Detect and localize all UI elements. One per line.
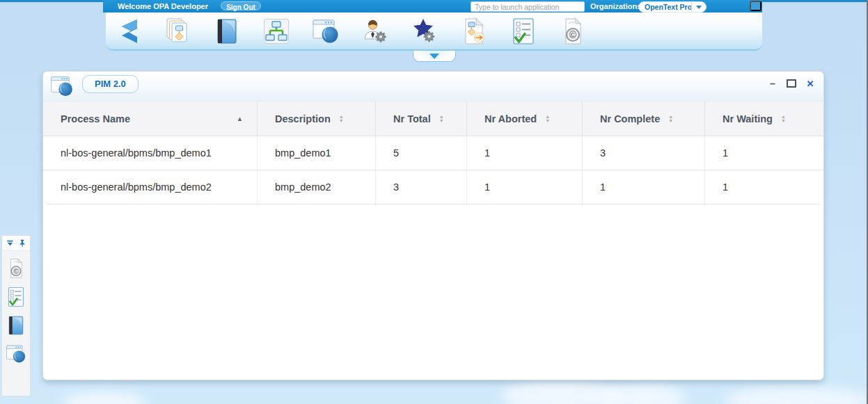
process-table: Process Name▲Description▲▼Nr Total▲▼Nr A… (43, 102, 823, 204)
table-cell: bmp_demo2 (258, 170, 376, 204)
collapse-icon (6, 239, 15, 248)
window-controls: – ✕ (768, 79, 815, 88)
table-cell: nl-bos-general/bpms/bmp_demo1 (43, 136, 258, 170)
column-label: Process Name (61, 113, 130, 124)
sort-icon: ▲▼ (439, 115, 444, 123)
dock-controls (2, 236, 30, 251)
pushpin-icon (755, 2, 756, 10)
dropdown-arrow-icon (691, 2, 706, 12)
organization-selected-value: OpenText Pro... (639, 3, 691, 11)
toolbar-collapse-tab[interactable] (413, 51, 456, 62)
documentation-book-icon[interactable] (213, 17, 241, 45)
sign-out-button[interactable]: Sign Out (221, 1, 261, 10)
process-instances-icon[interactable] (460, 17, 488, 45)
cloud-shape (501, 380, 620, 404)
column-header-description[interactable]: Description▲▼ (258, 102, 376, 136)
table-cell: 3 (376, 170, 467, 204)
appworks-logo-icon[interactable] (114, 17, 142, 45)
pim-window: PIM 2.0 – ✕ Process Name▲Description▲▼Nr… (43, 72, 823, 380)
task-checklist-icon[interactable] (510, 17, 537, 45)
license-document-icon[interactable] (559, 17, 587, 45)
documentation-book-icon[interactable] (6, 315, 26, 336)
minimize-button[interactable]: – (768, 79, 778, 88)
column-header-process-name[interactable]: Process Name▲ (43, 102, 258, 136)
organizations-label: Organizations (590, 0, 641, 13)
pushpin-icon (18, 239, 26, 248)
dock-collapse-button[interactable] (6, 239, 15, 248)
table-cell: 5 (376, 136, 467, 170)
table-row[interactable]: nl-bos-general/bpms/bmp_demo2bmp_demo231… (43, 170, 823, 204)
launch-application-input[interactable] (471, 1, 585, 12)
table-row[interactable]: nl-bos-general/bpms/bmp_demo1bmp_demo151… (43, 136, 823, 170)
organization-chart-icon[interactable] (262, 17, 290, 45)
table-cell: nl-bos-general/bpms/bmp_demo2 (43, 170, 258, 204)
table-cell: 1 (583, 170, 705, 204)
cloud-shape (63, 391, 146, 404)
column-header-nr-waiting[interactable]: Nr Waiting▲▼ (705, 102, 823, 136)
chevron-down-icon (429, 54, 439, 59)
maximize-icon (787, 79, 796, 88)
column-label: Description (275, 113, 331, 124)
column-header-nr-complete[interactable]: Nr Complete▲▼ (583, 102, 705, 136)
table-body: nl-bos-general/bpms/bmp_demo1bmp_demo151… (43, 136, 823, 204)
window-titlebar[interactable]: PIM 2.0 – ✕ (43, 72, 823, 102)
left-dock (1, 235, 31, 396)
sort-icon: ▲▼ (339, 115, 344, 123)
sort-icon: ▲▼ (781, 115, 786, 123)
column-label: Nr Complete (600, 113, 660, 124)
sort-icon: ▲▼ (545, 115, 550, 123)
welcome-text: Welcome OPA Developer (118, 0, 208, 13)
pim-application-icon[interactable] (6, 344, 26, 364)
table-cell: bmp_demo1 (258, 136, 376, 170)
organization-dropdown[interactable]: OpenText Pro... (638, 1, 707, 13)
admin-tools-icon[interactable] (411, 17, 439, 45)
pin-toolbar-button[interactable] (750, 1, 762, 11)
column-header-nr-aborted[interactable]: Nr Aborted▲▼ (467, 102, 583, 136)
table-cell: 1 (705, 136, 823, 170)
dock-icon-list (2, 251, 30, 364)
dock-pin-button[interactable] (17, 239, 26, 248)
sort-icon: ▲▼ (668, 115, 673, 123)
column-header-nr-total[interactable]: Nr Total▲▼ (376, 102, 467, 136)
maximize-button[interactable] (787, 79, 796, 88)
table-cell: 1 (705, 170, 823, 204)
cloud-shape (602, 384, 686, 404)
user-manager-icon[interactable] (361, 17, 389, 45)
license-document-icon[interactable] (6, 258, 26, 279)
sort-ascending-icon: ▲ (237, 115, 243, 122)
column-label: Nr Aborted (484, 113, 537, 124)
process-templates-icon[interactable] (164, 17, 191, 45)
table-cell: 1 (467, 136, 583, 170)
top-bar: Welcome OPA Developer Sign Out Organizat… (103, 0, 762, 13)
table-cell: 3 (583, 136, 705, 170)
column-label: Nr Total (393, 113, 431, 124)
cloud-shape (724, 387, 868, 404)
column-label: Nr Waiting (723, 113, 773, 124)
window-tab-pim[interactable]: PIM 2.0 (82, 75, 139, 93)
table-cell: 1 (467, 170, 583, 204)
task-checklist-icon[interactable] (6, 286, 26, 307)
application-toolbar (106, 13, 762, 51)
pim-application-icon[interactable] (312, 17, 340, 45)
close-button[interactable]: ✕ (805, 79, 815, 88)
pim-application-icon (50, 74, 74, 98)
table-header-row: Process Name▲Description▲▼Nr Total▲▼Nr A… (43, 102, 823, 136)
